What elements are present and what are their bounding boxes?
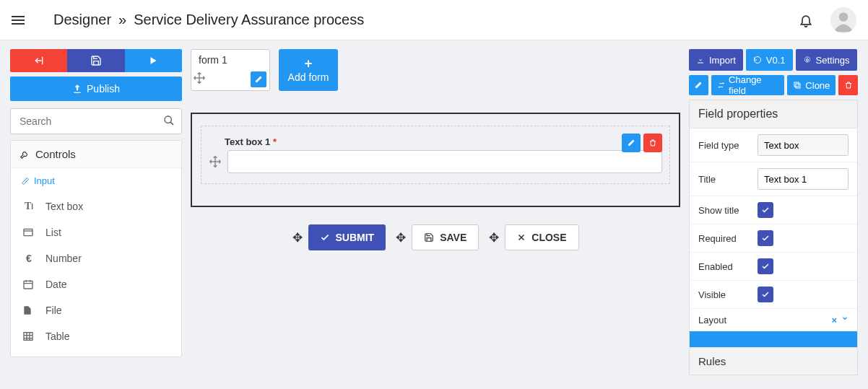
move-icon[interactable]: ✥ — [489, 230, 499, 245]
layout-bar[interactable] — [690, 331, 857, 347]
field-container[interactable]: Text box 1 * — [201, 126, 670, 184]
version-label: V0.1 — [766, 55, 786, 66]
chevron-down-icon[interactable] — [841, 315, 849, 325]
prop-label: Enabled — [698, 261, 750, 272]
move-icon[interactable] — [209, 155, 222, 168]
gear-icon — [803, 56, 812, 64]
title-input[interactable] — [758, 168, 849, 190]
copy-icon — [793, 81, 802, 89]
svg-rect-5 — [24, 333, 32, 341]
field-properties-title: Field properties — [690, 100, 857, 128]
move-icon[interactable]: ✥ — [396, 230, 406, 245]
control-number[interactable]: € Number — [21, 245, 171, 271]
breadcrumb-sep: » — [118, 12, 126, 28]
svg-point-6 — [806, 59, 808, 61]
save-label: SAVE — [440, 232, 466, 243]
control-text-box[interactable]: TI Text box — [21, 193, 171, 219]
trash-icon — [844, 81, 853, 89]
delete-button[interactable] — [838, 75, 858, 95]
prop-label: Show title — [698, 205, 750, 216]
control-date[interactable]: Date — [21, 271, 171, 297]
prop-label: Layout — [698, 315, 750, 325]
delete-field-button[interactable] — [643, 134, 662, 152]
form-canvas: Text box 1 * — [191, 113, 680, 207]
control-label: Text box — [45, 201, 83, 212]
edit-form-button[interactable] — [251, 71, 266, 87]
edit-properties-button[interactable] — [689, 75, 708, 95]
form-save-button[interactable]: SAVE — [412, 224, 479, 250]
field-type-value — [758, 134, 849, 156]
search-icon[interactable] — [163, 115, 175, 126]
control-label: Number — [45, 253, 82, 264]
form-buttons: ✥ SUBMIT ✥ SAVE ✥ CLOSE — [191, 224, 680, 250]
search-input[interactable] — [10, 108, 182, 134]
layout-clear-icon[interactable]: × — [831, 315, 837, 325]
breadcrumb-root[interactable]: Designer — [53, 12, 111, 28]
bell-icon[interactable] — [799, 13, 813, 27]
breadcrumb: Designer » Service Delivery Assurance pr… — [53, 12, 364, 28]
change-field-button[interactable]: Change field — [711, 75, 785, 95]
required-checkbox[interactable] — [758, 230, 773, 246]
plus-icon: + — [305, 57, 313, 70]
download-icon — [696, 56, 705, 64]
prop-field-type: Field type — [690, 128, 857, 162]
publish-button[interactable]: Publish — [10, 77, 182, 101]
prop-visible: Visible — [690, 281, 857, 309]
version-button[interactable]: V0.1 — [746, 49, 793, 71]
svg-rect-3 — [24, 229, 32, 235]
move-icon[interactable]: ✥ — [292, 230, 303, 245]
controls-panel: Controls Input TI Text box List — [10, 140, 182, 357]
history-icon — [753, 56, 762, 64]
prop-title: Title — [690, 162, 857, 196]
import-button[interactable]: Import — [689, 49, 743, 71]
submit-button[interactable]: SUBMIT — [308, 224, 386, 250]
wrench-icon — [19, 149, 30, 159]
edit-field-button[interactable] — [622, 134, 641, 152]
prop-enabled: Enabled — [690, 253, 857, 281]
calendar-icon — [22, 279, 35, 290]
prop-layout: Layout × — [690, 309, 857, 331]
save-button[interactable] — [67, 49, 124, 72]
settings-button[interactable]: Settings — [796, 49, 857, 71]
menu-button[interactable] — [12, 14, 25, 27]
edit-icon — [21, 177, 30, 185]
enabled-checkbox[interactable] — [758, 258, 773, 274]
control-label: Table — [45, 331, 69, 342]
action-trio — [10, 49, 182, 72]
close-button[interactable]: CLOSE — [505, 224, 578, 250]
clone-label: Clone — [805, 80, 830, 91]
rules-title[interactable]: Rules — [690, 347, 857, 375]
field-label: Text box 1 * — [225, 136, 662, 147]
control-label: File — [45, 305, 62, 316]
text-box-input[interactable] — [227, 150, 662, 173]
control-table[interactable]: Table — [21, 323, 171, 349]
input-section[interactable]: Input — [21, 175, 171, 186]
play-button[interactable] — [125, 49, 182, 72]
prop-label: Field type — [698, 140, 750, 151]
visible-checkbox[interactable] — [758, 287, 773, 302]
submit-label: SUBMIT — [336, 232, 375, 243]
show-title-checkbox[interactable] — [758, 202, 773, 218]
svg-rect-4 — [24, 281, 32, 289]
clone-button[interactable]: Clone — [787, 75, 836, 95]
search-wrap — [10, 108, 182, 134]
svg-rect-8 — [794, 82, 799, 87]
control-label: List — [45, 227, 61, 238]
change-field-label: Change field — [729, 74, 778, 96]
form-tab[interactable]: form 1 — [191, 49, 270, 91]
avatar[interactable] — [830, 7, 856, 33]
list-icon — [22, 227, 35, 238]
logout-button[interactable] — [10, 49, 67, 72]
control-file[interactable]: File — [21, 297, 171, 323]
svg-rect-7 — [796, 84, 800, 88]
control-list[interactable]: List — [21, 219, 171, 245]
prop-label: Title — [698, 174, 750, 185]
move-icon[interactable] — [193, 71, 206, 84]
text-icon: TI — [22, 201, 35, 212]
prop-label: Required — [698, 233, 750, 244]
file-icon — [22, 305, 35, 316]
add-form-button[interactable]: + Add form — [279, 49, 338, 91]
controls-header[interactable]: Controls — [11, 141, 181, 168]
topbar: Designer » Service Delivery Assurance pr… — [0, 0, 868, 40]
add-form-label: Add form — [288, 71, 329, 83]
